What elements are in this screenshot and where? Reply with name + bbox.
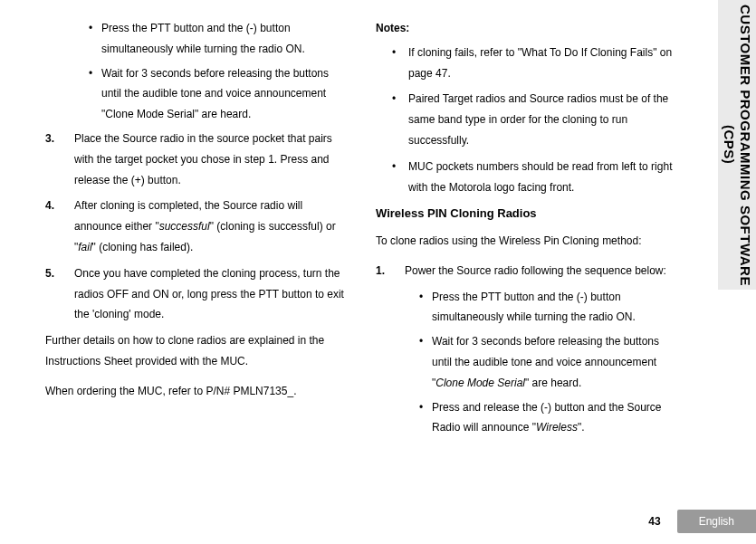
numbered-item: 1. Power the Source radio following the … — [376, 261, 679, 282]
note-item: • Paired Target radios and Source radios… — [376, 89, 679, 150]
bullet-item: • Press the PTT button and the (-) butto… — [89, 18, 349, 60]
step-text: Once you have completed the cloning proc… — [74, 263, 349, 325]
bullet-item: • Press the PTT button and the (-) butto… — [419, 287, 679, 329]
note-text: Paired Target radios and Source radios m… — [408, 89, 679, 150]
note-item: • If cloning fails, refer to "What To Do… — [376, 43, 679, 84]
section-tab: CUSTOMER PROGRAMMING SOFTWARE (CPS) — [718, 0, 756, 290]
paragraph: To clone radios using the Wireless Pin C… — [376, 231, 679, 252]
step-number: 4. — [45, 196, 74, 257]
step-text: Power the Source radio following the seq… — [405, 261, 679, 282]
page-number: 43 — [648, 515, 660, 528]
bullet-text: Press the PTT button and the (-) button … — [101, 18, 349, 60]
step-text: Place the Source radio in the source poc… — [74, 129, 349, 190]
paragraph: When ordering the MUC, refer to P/N# PML… — [45, 381, 349, 402]
right-column: Notes: • If cloning fails, refer to "Wha… — [367, 18, 688, 544]
bullet-dot: • — [419, 287, 432, 329]
note-text: MUC pockets numbers should be read from … — [408, 157, 679, 198]
language-tab: English — [677, 510, 756, 533]
note-text: If cloning fails, refer to "What To Do I… — [408, 43, 679, 84]
paragraph: Further details on how to clone radios a… — [45, 330, 349, 372]
bullet-item: • Press and release the (-) button and t… — [419, 397, 679, 439]
footer: 43 English — [648, 510, 756, 533]
note-item: • MUC pockets numbers should be read fro… — [376, 157, 679, 198]
bullet-dot: • — [89, 63, 101, 125]
bullet-dot: • — [392, 157, 408, 198]
bullet-dot: • — [392, 43, 408, 84]
bullet-dot: • — [89, 18, 101, 60]
step-number: 5. — [45, 263, 74, 325]
numbered-item: 4. After cloning is completed, the Sourc… — [45, 196, 349, 257]
bullet-dot: • — [419, 331, 432, 393]
section-tab-label: CUSTOMER PROGRAMMING SOFTWARE (CPS) — [721, 0, 753, 290]
numbered-item: 5. Once you have completed the cloning p… — [45, 263, 349, 325]
bullet-dot: • — [419, 397, 432, 439]
bullet-text: Wait for 3 seconds before releasing the … — [432, 331, 679, 393]
step-number: 1. — [376, 261, 405, 282]
bullet-text: Press and release the (-) button and the… — [432, 397, 679, 439]
bullet-text: Press the PTT button and the (-) button … — [432, 287, 679, 329]
sidebar: CUSTOMER PROGRAMMING SOFTWARE (CPS) — [706, 0, 756, 544]
bullet-item: • Wait for 3 seconds before releasing th… — [419, 331, 679, 393]
step-number: 3. — [45, 129, 74, 190]
bullet-text: Wait for 3 seconds before releasing the … — [101, 63, 349, 125]
numbered-item: 3. Place the Source radio in the source … — [45, 129, 349, 190]
bullet-dot: • — [392, 89, 408, 150]
left-column: • Press the PTT button and the (-) butto… — [45, 18, 367, 544]
notes-heading: Notes: — [376, 18, 679, 39]
bullet-item: • Wait for 3 seconds before releasing th… — [89, 63, 349, 125]
step-text: After cloning is completed, the Source r… — [74, 196, 349, 257]
section-heading: Wireless PIN Cloning Radios — [376, 203, 679, 225]
